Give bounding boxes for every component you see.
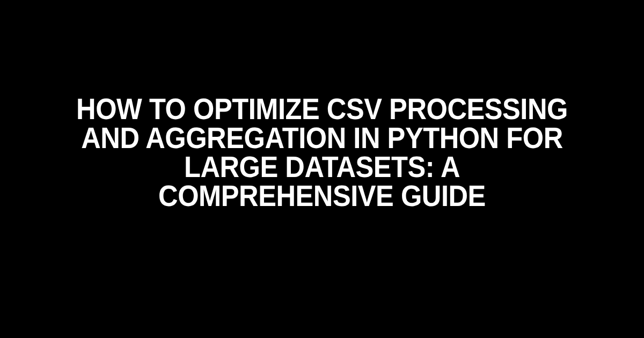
title-container: How to Optimize CSV Processing and Aggre… bbox=[0, 95, 644, 211]
page-title: How to Optimize CSV Processing and Aggre… bbox=[70, 95, 574, 211]
